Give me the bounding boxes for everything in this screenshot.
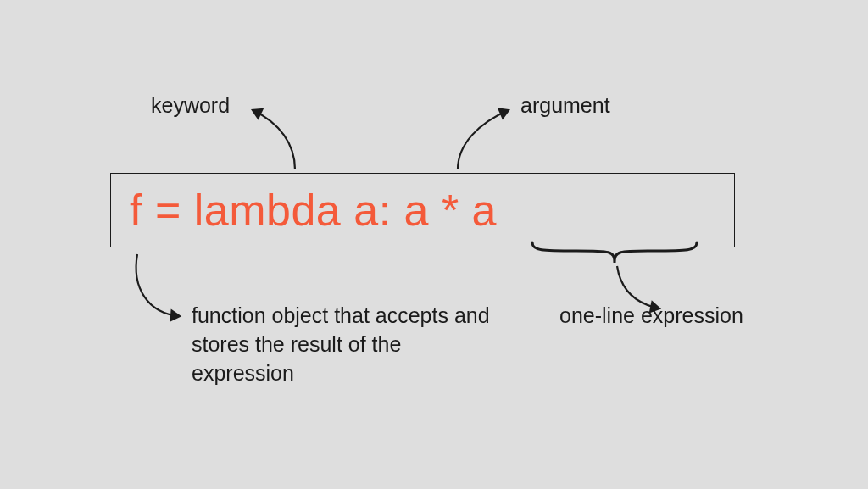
diagram-stage: f = lambda a: a * a keyword argument fun… — [0, 0, 868, 489]
arrow-function-object — [136, 254, 180, 316]
arrow-argument — [458, 110, 509, 169]
code-box: f = lambda a: a * a — [110, 173, 735, 247]
arrow-keyword — [253, 110, 295, 169]
label-keyword: keyword — [151, 92, 230, 120]
label-function-object: function object that accepts and stores … — [192, 302, 505, 387]
label-one-line-expression: one-line expression — [559, 302, 743, 331]
lambda-code: f = lambda a: a * a — [130, 185, 497, 236]
label-argument: argument — [520, 92, 610, 120]
